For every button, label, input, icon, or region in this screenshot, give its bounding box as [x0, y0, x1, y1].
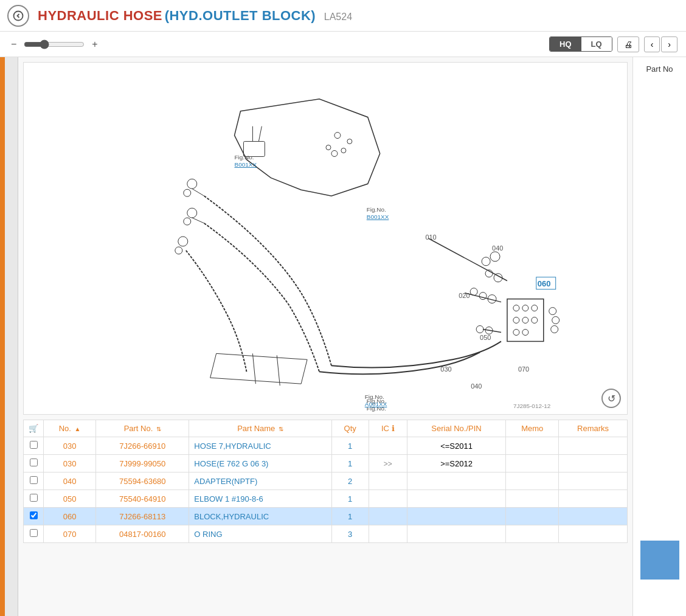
row-no: 040: [44, 472, 96, 490]
row-ic: >>: [369, 455, 407, 472]
svg-text:7J285-012-12: 7J285-012-12: [513, 403, 551, 409]
row-checkbox-cell: [24, 508, 44, 525]
parts-table: 🛒 No. ▲ Part No. ⇅ Part Name ⇅ Qty IC ℹ …: [23, 420, 628, 543]
row-partno[interactable]: 75594-63680: [96, 472, 189, 490]
row-ic: [369, 525, 407, 543]
diagram-area[interactable]: 010 020 030 040 050 040 060 070 Fig.No. …: [23, 62, 628, 415]
row-memo: [506, 525, 559, 543]
prev-button[interactable]: ‹: [644, 36, 660, 52]
th-qty: Qty: [331, 420, 369, 437]
th-cart: 🛒: [24, 420, 44, 437]
row-memo: [506, 455, 559, 472]
table-header: 🛒 No. ▲ Part No. ⇅ Part Name ⇅ Qty IC ℹ …: [24, 420, 628, 437]
table-row: 070 04817-00160 O RING 3: [24, 525, 628, 543]
row-no: 030: [44, 455, 96, 472]
row-remarks: [559, 455, 628, 472]
row-checkbox[interactable]: [30, 459, 38, 466]
svg-text:B001XX: B001XX: [367, 213, 389, 220]
lq-button[interactable]: LQ: [581, 37, 612, 51]
row-checkbox[interactable]: [30, 529, 38, 537]
svg-text:Fig.No.: Fig.No.: [365, 393, 384, 400]
th-remarks: Remarks: [559, 420, 628, 437]
svg-text:A001XX: A001XX: [365, 401, 387, 407]
table-row: 030 7J999-99050 HOSE(E 762 G 06 3) 1 >> …: [24, 455, 628, 472]
th-no[interactable]: No. ▲: [44, 420, 96, 437]
svg-text:Fig.No.: Fig.No.: [367, 206, 386, 213]
row-remarks: [559, 508, 628, 525]
orange-sidebar: [0, 57, 5, 616]
row-qty: 1: [331, 490, 369, 508]
hq-button[interactable]: HQ: [550, 37, 581, 51]
right-panel-color-swatch: [640, 541, 679, 580]
th-memo: Memo: [506, 420, 559, 437]
row-serial: [407, 490, 505, 508]
svg-text:070: 070: [518, 365, 529, 373]
row-checkbox-cell: [24, 472, 44, 490]
row-ic: [369, 437, 407, 455]
row-checkbox[interactable]: [30, 441, 38, 449]
row-checkbox-cell: [24, 455, 44, 472]
row-partname: ADAPTER(NPTF): [189, 472, 331, 490]
row-ic: [369, 472, 407, 490]
table-row: 050 75540-64910 ELBOW 1 #190-8-6 1: [24, 490, 628, 508]
right-panel: Part No: [632, 57, 686, 616]
left-sidebar: [5, 57, 18, 616]
row-qty: 1: [331, 437, 369, 455]
row-memo: [506, 508, 559, 525]
row-remarks: [559, 437, 628, 455]
th-serial: Serial No./PIN: [407, 420, 505, 437]
zoom-slider[interactable]: [24, 40, 85, 49]
row-serial: [407, 472, 505, 490]
row-partno[interactable]: 75540-64910: [96, 490, 189, 508]
svg-rect-1: [29, 63, 623, 414]
row-partname: HOSE(E 762 G 06 3): [189, 455, 331, 472]
row-checkbox[interactable]: [30, 511, 38, 519]
row-memo: [506, 437, 559, 455]
quality-toggle: HQ LQ: [549, 36, 612, 52]
svg-point-0: [14, 11, 23, 20]
row-checkbox[interactable]: [30, 476, 38, 484]
row-serial: [407, 508, 505, 525]
row-ic: [369, 490, 407, 508]
zoom-out-button[interactable]: −: [9, 38, 19, 51]
th-partname[interactable]: Part Name ⇅: [189, 420, 331, 437]
row-checkbox-cell: [24, 525, 44, 543]
row-serial: >=S2012: [407, 455, 505, 472]
right-panel-label: Part No: [643, 62, 675, 76]
row-partno[interactable]: 7J999-99050: [96, 455, 189, 472]
row-qty: 1: [331, 455, 369, 472]
table-row: 030 7J266-66910 HOSE 7,HYDRAULIC 1 <=S20…: [24, 437, 628, 455]
parts-table-area: 🛒 No. ▲ Part No. ⇅ Part Name ⇅ Qty IC ℹ …: [23, 420, 628, 611]
zoom-in-button[interactable]: +: [89, 38, 100, 51]
row-partname: BLOCK,HYDRAULIC: [189, 508, 331, 525]
svg-text:040: 040: [471, 382, 482, 390]
row-checkbox[interactable]: [30, 494, 38, 502]
row-remarks: [559, 525, 628, 543]
svg-text:030: 030: [440, 365, 451, 373]
row-memo: [506, 490, 559, 508]
svg-text:020: 020: [459, 292, 469, 299]
row-remarks: [559, 490, 628, 508]
row-memo: [506, 472, 559, 490]
th-partno[interactable]: Part No. ⇅: [96, 420, 189, 437]
th-ic: IC ℹ: [369, 420, 407, 437]
row-qty: 3: [331, 525, 369, 543]
page-title: HYDRAULIC HOSE (HYD.OUTLET BLOCK) LA524: [38, 8, 352, 24]
print-button[interactable]: 🖨: [617, 36, 639, 52]
row-no: 070: [44, 525, 96, 543]
svg-text:040: 040: [492, 244, 503, 252]
row-qty: 1: [331, 508, 369, 525]
svg-text:B001XX: B001XX: [235, 161, 257, 168]
row-partno[interactable]: 04817-00160: [96, 525, 189, 543]
row-no: 050: [44, 490, 96, 508]
row-checkbox-cell: [24, 437, 44, 455]
next-button[interactable]: ›: [661, 36, 677, 52]
svg-text:050: 050: [480, 334, 491, 341]
svg-text:010: 010: [425, 234, 436, 241]
row-serial: <=S2011: [407, 437, 505, 455]
row-partno[interactable]: 7J266-68113: [96, 508, 189, 525]
reset-view-button[interactable]: ↺: [601, 389, 621, 408]
row-partno[interactable]: 7J266-66910: [96, 437, 189, 455]
back-button[interactable]: [7, 5, 29, 27]
row-qty: 2: [331, 472, 369, 490]
